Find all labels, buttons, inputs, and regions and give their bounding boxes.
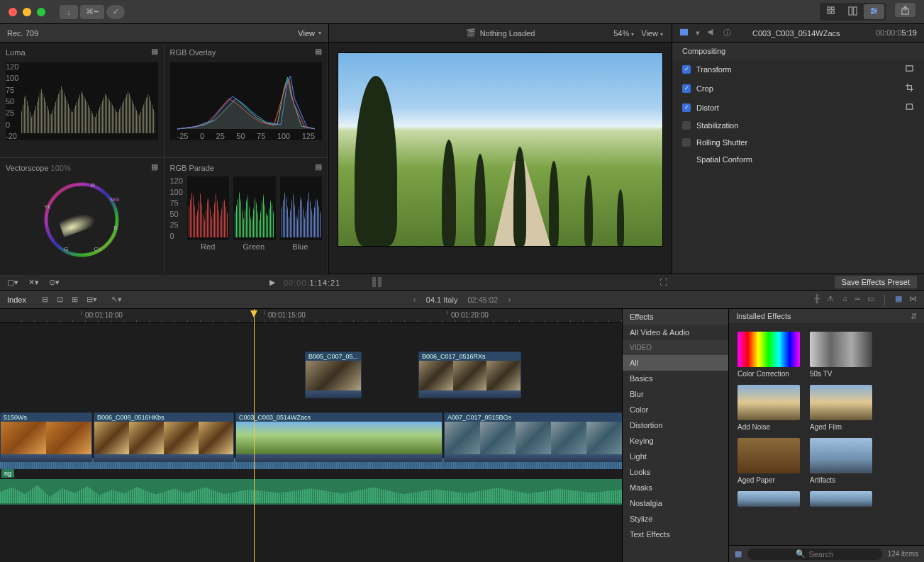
effects-category[interactable]: Masks — [623, 480, 728, 495]
list-layout-button[interactable] — [842, 4, 863, 19]
trap-icon[interactable] — [905, 102, 914, 113]
viewer-canvas[interactable] — [338, 52, 663, 247]
effects-search[interactable]: 🔍 Search — [747, 549, 882, 560]
share-button[interactable] — [895, 3, 915, 17]
minimize-button[interactable] — [23, 8, 31, 16]
checkbox[interactable]: ✓ — [682, 84, 691, 93]
inspector-row-stabilization[interactable]: Stabilization — [672, 117, 924, 134]
timeline-history-forward[interactable]: › — [508, 294, 511, 305]
vectorscope-title: Vectorscope — [6, 164, 49, 172]
effects-category[interactable]: Nostalgia — [623, 495, 728, 511]
timeline-ruler[interactable]: 00:01:10:0000:01:15:0000:01:20:00 — [0, 309, 622, 323]
import-button[interactable]: ↓ — [60, 5, 78, 19]
music-clip-label: ng — [1, 469, 14, 478]
timeline-history-back[interactable]: ‹ — [413, 294, 416, 305]
play-button[interactable]: ▶ — [269, 278, 275, 287]
generator-inspector-tab[interactable]: ▾ — [696, 28, 700, 38]
effects-browser-toggle[interactable]: ▦ — [895, 294, 902, 305]
inspector-row-rolling-shutter[interactable]: Rolling Shutter — [672, 134, 924, 151]
timeline-clip[interactable]: B005_C007_05... — [305, 352, 362, 398]
audio-skimming-toggle[interactable]: ⩚ — [827, 294, 835, 305]
timeline-clip[interactable]: B006_C017_0516RXs — [418, 352, 521, 398]
insert-clip-icon[interactable]: ⊡ — [57, 295, 63, 304]
installed-effects-menu[interactable]: Installed Effects — [736, 312, 791, 320]
timeline-clip[interactable]: A007_C017_0515BGs — [444, 412, 622, 462]
scope-settings-icon[interactable]: ▦ — [315, 162, 322, 172]
keyword-button[interactable]: ⌘━ — [80, 5, 104, 19]
effect-item[interactable]: Artifacts — [810, 438, 872, 484]
effects-category[interactable]: Text Effects — [623, 527, 728, 542]
clapperboard-icon: 🎬 — [466, 28, 476, 38]
effects-category[interactable]: All — [623, 355, 728, 371]
render-toggle[interactable]: ▭ — [867, 294, 874, 305]
checkbox[interactable] — [682, 121, 691, 130]
rgb-parade-scope: RGB Parade ▦ 1201007550250 RedGreenBlue — [165, 158, 329, 274]
skimming-menu[interactable]: ⊙▾ — [49, 278, 60, 287]
select-tool-menu[interactable]: ↖▾ — [111, 295, 122, 304]
checkbox[interactable] — [682, 138, 691, 147]
timeline-timecode[interactable]: 00:00:1:14:21 — [284, 276, 340, 288]
checkbox[interactable]: ✓ — [682, 103, 691, 112]
overwrite-clip-icon[interactable]: ⊟▾ — [87, 295, 97, 304]
rgb-parade-title: RGB Parade — [170, 164, 214, 172]
maximize-button[interactable] — [37, 8, 45, 16]
inspector-layout-button[interactable] — [864, 4, 884, 19]
solo-toggle[interactable]: ♫ — [842, 294, 847, 305]
skimming-toggle[interactable]: ╫ — [814, 294, 820, 305]
effects-category[interactable]: Blur — [623, 386, 728, 402]
effect-item[interactable]: Aged Paper — [737, 438, 800, 484]
audio-meters-icon[interactable] — [372, 277, 382, 287]
effect-item[interactable]: Aged Film — [810, 385, 872, 431]
transitions-browser-toggle[interactable]: ⋈ — [909, 294, 917, 305]
effects-category[interactable]: Light — [623, 449, 728, 464]
video-inspector-tab[interactable] — [679, 28, 689, 38]
snap-menu[interactable]: ✕▾ — [28, 278, 39, 287]
scopes-view-menu[interactable]: View — [298, 29, 315, 38]
spatial-conform-row[interactable]: Spatial Conform — [672, 151, 924, 168]
effects-category[interactable]: Looks — [623, 464, 728, 480]
render-button[interactable]: ✓ — [106, 5, 125, 19]
audio-inspector-tab[interactable] — [707, 28, 716, 38]
inspector-clip-name: C003_C003_0514WZacs — [752, 29, 840, 38]
effect-item[interactable]: Color Correction — [737, 332, 800, 378]
effect-item[interactable]: 50s TV — [810, 332, 872, 378]
timeline-clip[interactable]: C003_C003_0514WZacs — [235, 412, 442, 462]
browser-layout-button[interactable] — [821, 4, 842, 19]
timeline[interactable]: 00:01:10:0000:01:15:0000:01:20:00 ng B00… — [0, 309, 622, 562]
effects-category[interactable]: Color — [623, 402, 728, 417]
vscope-mg-label: MG — [110, 196, 119, 203]
inspector-row-transform[interactable]: ✓Transform — [672, 60, 924, 79]
effect-item[interactable]: Add Noise — [737, 385, 800, 431]
snapping-toggle[interactable]: ═ — [855, 294, 860, 305]
inspector-row-crop[interactable]: ✓Crop — [672, 79, 924, 98]
timeline-clip[interactable]: 5150Ws — [0, 412, 92, 462]
timeline-index-button[interactable]: Index — [7, 296, 26, 304]
checkbox[interactable]: ✓ — [682, 65, 691, 74]
crop-icon[interactable] — [905, 83, 914, 94]
inspector-row-distort[interactable]: ✓Distort — [672, 98, 924, 117]
clip-appearance-menu[interactable]: ▢▾ — [7, 278, 18, 287]
scope-settings-icon[interactable]: ▦ — [151, 47, 158, 56]
scope-settings-icon[interactable]: ▦ — [315, 47, 322, 56]
effects-category[interactable]: Stylize — [623, 511, 728, 527]
effects-category[interactable]: Basics — [623, 371, 728, 386]
svg-point-9 — [872, 9, 874, 10]
rect-icon[interactable] — [905, 64, 914, 74]
zoom-menu[interactable]: 54% ▾ — [613, 29, 634, 38]
scope-settings-icon[interactable]: ▦ — [151, 162, 158, 172]
effects-category[interactable]: Distortion — [623, 417, 728, 433]
fullscreen-button[interactable]: ⛶ — [659, 278, 667, 286]
connect-clip-icon[interactable]: ⊟ — [42, 295, 48, 304]
playhead[interactable] — [254, 309, 255, 562]
info-inspector-tab[interactable]: ⓘ — [723, 28, 731, 38]
effects-thumbnail-mode[interactable]: ▦ — [735, 549, 742, 558]
inspector-timecode: 00:00:05:19 — [876, 28, 917, 38]
append-clip-icon[interactable]: ⊞ — [72, 295, 78, 304]
effects-category[interactable]: Keying — [623, 433, 728, 449]
close-button[interactable] — [9, 8, 17, 16]
clip-label: 5150Ws — [1, 413, 91, 422]
timeline-clip[interactable]: B006_C008_0516HKbs — [94, 412, 234, 462]
viewer-view-menu[interactable]: View ▾ — [641, 29, 663, 38]
save-effects-preset-button[interactable]: Save Effects Preset — [835, 276, 917, 288]
effects-category[interactable]: All Video & Audio — [623, 325, 728, 340]
